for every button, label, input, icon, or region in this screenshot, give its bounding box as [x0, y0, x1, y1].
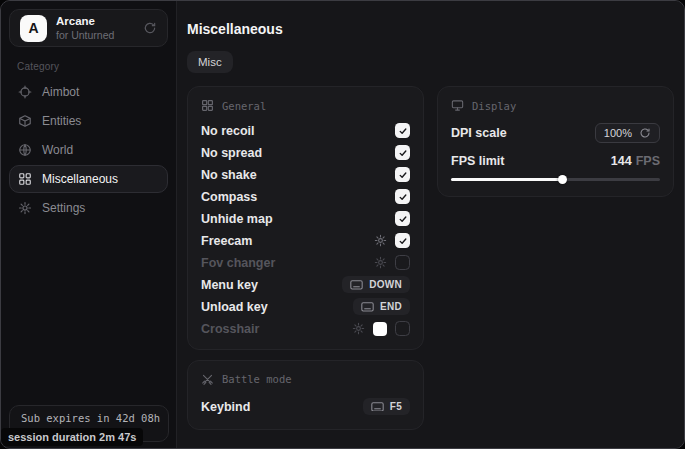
page-title: Miscellaneous — [187, 21, 669, 37]
fps-slider-fill — [451, 178, 562, 181]
sidebar-nav: Aimbot Entities World — [1, 78, 176, 222]
avatar: A — [20, 15, 47, 42]
setting-row-fov-changer: Fov changer — [201, 255, 410, 271]
keyboard-icon — [361, 302, 374, 312]
app-subtitle: for Unturned — [56, 29, 114, 42]
battle-mode-card: Battle mode Keybind F5 — [187, 360, 424, 430]
sidebar-item-label: Aimbot — [42, 85, 79, 99]
monitor-icon — [451, 99, 464, 112]
crosshair-settings-gear-icon[interactable] — [352, 322, 365, 335]
sidebar-item-label: World — [42, 143, 73, 157]
setting-row-crosshair: Crosshair — [201, 321, 410, 337]
compass-checkbox[interactable] — [395, 189, 410, 204]
crosshair-icon — [18, 85, 32, 99]
swords-icon — [201, 373, 214, 386]
freecam-settings-gear-icon[interactable] — [374, 234, 387, 247]
setting-row-unload-key: Unload key END — [201, 299, 410, 315]
battle-card-title: Battle mode — [222, 373, 292, 385]
keyboard-icon — [350, 280, 363, 290]
grid-icon — [18, 172, 32, 186]
fps-limit-slider[interactable] — [451, 174, 660, 184]
session-duration-tooltip: session duration 2m 47s — [1, 428, 143, 446]
cube-icon — [18, 114, 32, 128]
sidebar-item-label: Entities — [42, 114, 81, 128]
subscription-status: Sub expires in 42d 08h — [21, 412, 157, 424]
battle-keybind-binding[interactable]: F5 — [363, 398, 410, 415]
sidebar-header: A Arcane for Unturned — [9, 9, 168, 47]
layout-grid-icon — [201, 99, 214, 112]
dpi-scale-row: DPI scale 100% — [451, 123, 660, 143]
dpi-scale-control[interactable]: 100% — [595, 123, 660, 143]
dpi-refresh-icon[interactable] — [639, 127, 651, 139]
fov-changer-checkbox[interactable] — [395, 255, 410, 270]
setting-row-compass: Compass — [201, 189, 410, 205]
category-label: Category — [17, 61, 176, 72]
fov-changer-settings-gear-icon[interactable] — [374, 256, 387, 269]
setting-row-no-spread: No spread — [201, 145, 410, 161]
no-shake-checkbox[interactable] — [395, 167, 410, 182]
freecam-checkbox[interactable] — [395, 233, 410, 248]
sidebar-item-settings[interactable]: Settings — [9, 194, 168, 222]
display-card-header: Display — [451, 99, 660, 112]
general-card: General No recoil No spread — [187, 86, 424, 350]
app-identity: Arcane for Unturned — [56, 14, 114, 42]
sidebar-item-world[interactable]: World — [9, 136, 168, 164]
sidebar-item-aimbot[interactable]: Aimbot — [9, 78, 168, 106]
fps-limit-row: FPS limit 144 FPS — [451, 154, 660, 168]
no-recoil-checkbox[interactable] — [395, 123, 410, 138]
setting-row-unhide-map: Unhide map — [201, 211, 410, 227]
sidebar-item-entities[interactable]: Entities — [9, 107, 168, 135]
fps-limit-value: 144 FPS — [611, 154, 660, 168]
dpi-scale-value: 100% — [604, 127, 632, 139]
display-card: Display DPI scale 100% — [437, 86, 674, 197]
app-name: Arcane — [56, 14, 114, 28]
unhide-map-checkbox[interactable] — [395, 211, 410, 226]
sidebar-item-miscellaneous[interactable]: Miscellaneous — [9, 165, 168, 193]
setting-row-keybind: Keybind F5 — [201, 397, 410, 417]
sidebar-item-label: Miscellaneous — [42, 172, 118, 186]
general-card-title: General — [222, 100, 266, 112]
crosshair-color-swatch[interactable] — [373, 322, 387, 336]
sidebar-item-label: Settings — [42, 201, 85, 215]
keyboard-icon — [371, 402, 384, 412]
main-content: Miscellaneous Misc General — [178, 1, 684, 448]
gear-icon — [18, 201, 32, 215]
sidebar: A Arcane for Unturned Category Aimbot — [1, 1, 177, 448]
setting-row-freecam: Freecam — [201, 233, 410, 249]
setting-row-no-shake: No shake — [201, 167, 410, 183]
general-card-header: General — [201, 99, 410, 112]
arcane-window: A Arcane for Unturned Category Aimbot — [0, 0, 685, 449]
battle-card-header: Battle mode — [201, 373, 410, 386]
unload-key-binding[interactable]: END — [353, 298, 410, 315]
menu-key-binding[interactable]: DOWN — [342, 276, 410, 293]
tab-misc[interactable]: Misc — [187, 51, 233, 73]
fps-slider-thumb[interactable] — [558, 175, 567, 184]
setting-row-no-recoil: No recoil — [201, 123, 410, 139]
refresh-icon[interactable] — [143, 21, 157, 35]
crosshair-checkbox[interactable] — [395, 321, 410, 336]
setting-row-menu-key: Menu key DOWN — [201, 277, 410, 293]
globe-icon — [18, 143, 32, 157]
display-card-title: Display — [472, 100, 516, 112]
no-spread-checkbox[interactable] — [395, 145, 410, 160]
